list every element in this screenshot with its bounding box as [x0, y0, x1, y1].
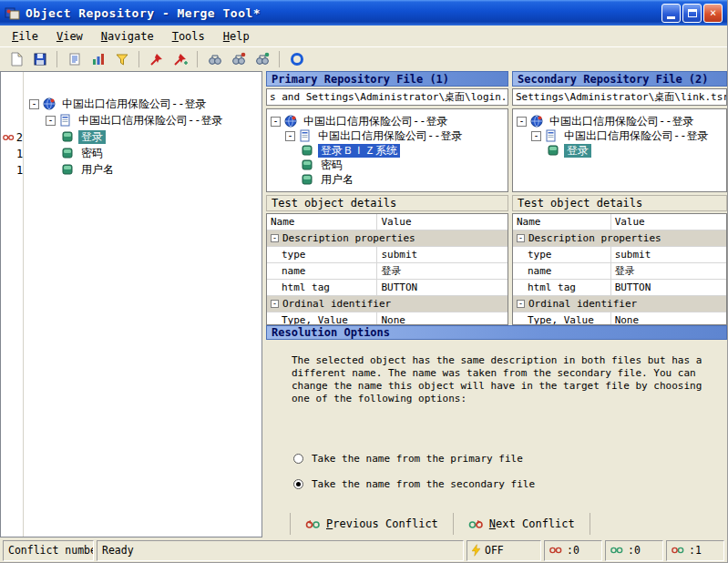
main-area: 2 1 1 - 中国出口信用保险公司--登录 - 中国出口信用保 [0, 71, 727, 537]
menu-file[interactable]: File [12, 30, 38, 43]
option-label[interactable]: Take the name from the primary file [312, 453, 523, 465]
save-icon [33, 52, 47, 67]
table-row[interactable]: Type, Value None [513, 312, 726, 325]
property-name: html tag [267, 280, 377, 295]
table-section-row[interactable]: - Description properties [513, 230, 726, 247]
menu-help[interactable]: Help [223, 30, 250, 43]
property-value: submit [377, 247, 508, 262]
tree-node-label[interactable]: 中国出口信用保险公司--登录 [301, 115, 450, 128]
secondary-path-field[interactable]: Settings\Administrator\桌面\link.tsr [512, 88, 727, 106]
table-section-row[interactable]: - Description properties [267, 230, 508, 247]
resolution-options-header: Resolution Options [266, 325, 727, 340]
conflict-count: 1 [16, 164, 23, 177]
tree-node-label[interactable]: 中国出口信用保险公司--登录 [547, 115, 696, 128]
tree-node-repository[interactable]: - 中国出口信用保险公司--登录 [24, 96, 261, 112]
option-primary-name[interactable]: Take the name from the primary file [293, 453, 718, 465]
table-row[interactable]: html tag BUTTON [513, 280, 726, 296]
app-window: Object Repository - Merge Tool* × File V… [0, 0, 728, 563]
statusbar-counter-cell: :0 [605, 540, 663, 561]
tree-node-label[interactable]: 登录ＢＩＺ系统 [318, 144, 400, 158]
secondary-object-tree: - 中国出口信用保险公司--登录 - 中国出口信用保险公司--登录 登录 [512, 108, 727, 192]
tree-node-object[interactable]: 用户名 [24, 161, 261, 178]
tree-node-object[interactable]: 密码 [24, 145, 261, 161]
statusbar-conflict-label: Conflict number [3, 540, 94, 561]
tree-node-label[interactable]: 登录 [564, 144, 591, 158]
close-icon: × [710, 6, 716, 19]
property-name: Type, Value [267, 312, 377, 325]
collapse-icon[interactable]: - [517, 300, 525, 308]
radio-checked-icon[interactable] [293, 479, 303, 489]
table-row[interactable]: name 登录 [267, 263, 508, 280]
window-title: Object Repository - Merge Tool* [26, 6, 661, 20]
table-row[interactable]: Type, Value None [267, 312, 508, 325]
report-button[interactable] [64, 49, 85, 69]
tree-node-page[interactable]: - 中国出口信用保险公司--登录 [513, 128, 726, 143]
zoom-button[interactable] [286, 49, 307, 69]
tree-node-label[interactable]: 密码 [78, 147, 106, 160]
conflict-gutter: 2 1 1 [1, 72, 24, 537]
table-row[interactable]: type submit [513, 247, 726, 263]
tree-node-label[interactable]: 密码 [318, 159, 345, 172]
menu-navigate[interactable]: Navigate [101, 30, 154, 43]
previous-conflict-button[interactable]: Previous Conflict [290, 513, 453, 535]
collapse-icon[interactable]: - [29, 99, 39, 109]
table-section-row[interactable]: - Ordinal identifier [267, 296, 508, 312]
secondary-details-title: Test object details [512, 195, 727, 211]
table-section-row[interactable]: - Ordinal identifier [513, 296, 726, 312]
primary-path-field[interactable]: s and Settings\Administrator\桌面\login.ts… [266, 88, 508, 106]
tree-node-object[interactable]: 登录 [513, 143, 726, 158]
window-controls: × [661, 4, 723, 23]
locate-secondary-button[interactable] [169, 49, 190, 69]
minimize-button[interactable] [661, 4, 681, 23]
tree-node-page[interactable]: - 中国出口信用保险公司--登录 [24, 112, 261, 128]
menu-tools[interactable]: Tools [172, 30, 205, 43]
object-icon [548, 144, 560, 157]
secondary-panel-header: Secondary Repository File (2) [512, 71, 727, 87]
table-row[interactable]: type submit [267, 247, 508, 263]
statistics-button[interactable] [87, 49, 108, 69]
tree-node-label[interactable]: 中国出口信用保险公司--登录 [76, 114, 225, 128]
tree-node-object[interactable]: 登录ＢＩＺ系统 [267, 143, 508, 158]
collapse-icon[interactable]: - [271, 234, 279, 242]
tree-node-repository[interactable]: - 中国出口信用保险公司--登录 [513, 114, 726, 128]
collapse-icon[interactable]: - [271, 117, 281, 127]
repository-icon [43, 97, 56, 110]
collapse-icon[interactable]: - [271, 300, 279, 308]
tree-node-label[interactable]: 中国出口信用保险公司--登录 [59, 97, 209, 111]
locate-primary-button[interactable] [146, 49, 167, 69]
filter-button[interactable] [111, 49, 132, 69]
save-button[interactable] [29, 49, 50, 69]
page-icon [59, 114, 72, 127]
option-label[interactable]: Take the name from the secondary file [312, 478, 535, 490]
tree-node-label[interactable]: 用户名 [78, 163, 117, 177]
tree-node-label[interactable]: 中国出口信用保险公司--登录 [561, 129, 711, 143]
primary-repository-panel: Primary Repository File (1) s and Settin… [266, 71, 508, 325]
find-secondary-button[interactable] [251, 49, 272, 69]
collapse-icon[interactable]: - [531, 131, 541, 141]
tree-node-object[interactable]: 登录 [24, 128, 261, 145]
collapse-icon[interactable]: - [46, 116, 56, 126]
tree-node-label[interactable]: 中国出口信用保险公司--登录 [315, 129, 465, 143]
table-header-row: Name Value [513, 214, 726, 230]
maximize-button[interactable] [682, 4, 702, 23]
find-button[interactable] [204, 49, 225, 69]
next-conflict-button[interactable]: Next Conflict [453, 513, 590, 535]
tree-node-object[interactable]: 用户名 [267, 172, 508, 187]
close-button[interactable]: × [703, 4, 723, 23]
tree-node-object[interactable]: 密码 [267, 158, 508, 172]
collapse-icon[interactable]: - [517, 117, 527, 127]
find-primary-button[interactable] [228, 49, 249, 69]
tree-node-label[interactable]: 登录 [78, 130, 106, 144]
table-row[interactable]: html tag BUTTON [267, 280, 508, 296]
radio-unchecked-icon[interactable] [293, 454, 303, 464]
table-row[interactable]: name 登录 [513, 263, 726, 280]
primary-details-table: Name Value - Description properties type… [266, 213, 508, 325]
collapse-icon[interactable]: - [517, 234, 525, 242]
tree-node-repository[interactable]: - 中国出口信用保险公司--登录 [267, 114, 508, 128]
tree-node-page[interactable]: - 中国出口信用保险公司--登录 [267, 128, 508, 143]
collapse-icon[interactable]: - [285, 131, 295, 141]
new-button[interactable] [5, 49, 26, 69]
menu-view[interactable]: View [56, 30, 83, 43]
tree-node-label[interactable]: 用户名 [318, 173, 356, 187]
option-secondary-name[interactable]: Take the name from the secondary file [293, 478, 718, 490]
